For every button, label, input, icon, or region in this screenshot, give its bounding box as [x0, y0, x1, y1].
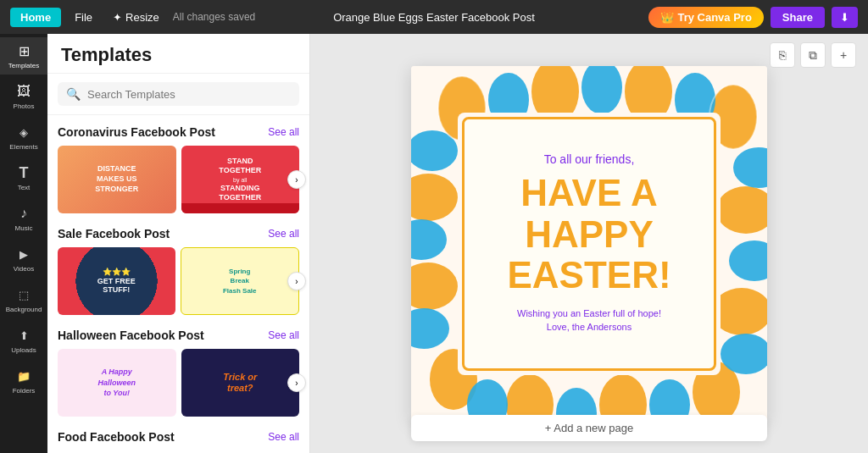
- section-halloween: Halloween Facebook Post See all A HappyH…: [47, 318, 309, 420]
- section-header-food: Food Facebook Post See all: [58, 430, 299, 444]
- svg-point-21: [411, 308, 449, 349]
- sidebar-item-elements[interactable]: ◈ Elements: [0, 119, 47, 156]
- topbar-right: 👑 Try Canva Pro Share ⬇: [648, 7, 858, 28]
- photos-icon: 🖼: [15, 83, 32, 100]
- section-coronavirus: Coronavirus Facebook Post See all DISTAN…: [47, 115, 309, 217]
- search-box: 🔍: [47, 74, 309, 115]
- share-button[interactable]: Share: [771, 7, 825, 28]
- videos-icon: ▶: [15, 246, 32, 262]
- resize-icon: ✦: [113, 11, 122, 24]
- sidebar-item-uploads[interactable]: ⬆ Uploads: [0, 322, 47, 359]
- svg-point-2: [625, 66, 672, 124]
- document-title: Orange Blue Eggs Easter Facebook Post: [333, 11, 535, 24]
- section-food: Food Facebook Post See all: [47, 420, 309, 453]
- sidebar-item-photos[interactable]: 🖼 Photos: [0, 78, 47, 115]
- svg-point-1: [531, 66, 579, 124]
- svg-point-15: [733, 147, 767, 188]
- svg-point-11: [411, 174, 458, 221]
- section-title-halloween: Halloween Facebook Post: [58, 329, 204, 342]
- music-icon: ♪: [15, 205, 32, 222]
- scroll-right-coronavirus[interactable]: ›: [287, 170, 306, 189]
- uploads-icon: ⬆: [15, 327, 32, 344]
- add-page-bar[interactable]: + Add a new page: [411, 415, 767, 441]
- sidebar-item-text[interactable]: T Text: [0, 159, 47, 196]
- section-header-sale: Sale Facebook Post See all: [58, 227, 299, 240]
- add-page-icon-button[interactable]: +: [831, 42, 856, 68]
- search-input[interactable]: [87, 88, 291, 101]
- section-header-halloween: Halloween Facebook Post See all: [58, 329, 299, 342]
- section-title-coronavirus: Coronavirus Facebook Post: [58, 125, 215, 139]
- see-all-halloween[interactable]: See all: [268, 329, 299, 341]
- copy-icon-button[interactable]: ⎘: [770, 42, 795, 68]
- svg-point-23: [411, 130, 458, 171]
- crown-icon: 👑: [660, 11, 674, 24]
- template-grid-halloween: A HappyHalloweento You! Trick ortreat? ›: [58, 349, 299, 417]
- text-icon: T: [15, 164, 32, 181]
- canvas-toolbar: ⎘ ⧉ +: [770, 42, 856, 68]
- templates-panel: Templates 🔍 Coronavirus Facebook Post Se…: [47, 34, 310, 453]
- sidebar-item-videos[interactable]: ▶ Videos: [0, 240, 47, 278]
- scroll-right-halloween[interactable]: ›: [287, 373, 306, 392]
- duplicate-icon: ⧉: [809, 48, 817, 63]
- see-all-food[interactable]: See all: [268, 431, 299, 443]
- search-input-wrap[interactable]: 🔍: [58, 82, 299, 106]
- sidebar-item-folders[interactable]: 📁 Folders: [0, 362, 47, 400]
- svg-point-3: [709, 85, 757, 149]
- template-thumb[interactable]: A HappyHalloweento You!: [58, 349, 176, 417]
- svg-point-10: [411, 262, 458, 310]
- card-to-friends: To all our friends,: [544, 152, 635, 166]
- resize-button[interactable]: ✦ Resize: [106, 8, 166, 27]
- icon-sidebar: ⊞ Templates 🖼 Photos ◈ Elements T Text ♪…: [0, 34, 47, 453]
- main-area: ⊞ Templates 🖼 Photos ◈ Elements T Text ♪…: [0, 34, 868, 453]
- try-canva-pro-button[interactable]: 👑 Try Canva Pro: [648, 7, 763, 28]
- section-title-food: Food Facebook Post: [58, 430, 175, 444]
- sidebar-item-background[interactable]: ⬚ Background: [0, 281, 47, 318]
- template-thumb[interactable]: DISTANCEMAKES USSTRONGER: [58, 146, 176, 213]
- card-headline: HAVE AHAPPYEASTER!: [507, 173, 670, 296]
- section-title-sale: Sale Facebook Post: [58, 227, 170, 240]
- template-thumb[interactable]: Trick ortreat?: [181, 349, 300, 417]
- elements-icon: ◈: [15, 124, 32, 141]
- canvas-frame: To all our friends, HAVE AHAPPYEASTER! W…: [411, 66, 767, 422]
- template-thumb[interactable]: STANDTOGETHERby allSTANDINGTOGETHER: [181, 146, 300, 213]
- sidebar-item-templates[interactable]: ⊞ Templates: [0, 37, 47, 75]
- svg-point-5: [712, 288, 767, 335]
- template-thumb[interactable]: SpringBreakFlash Sale: [181, 247, 300, 315]
- sidebar-item-music[interactable]: ♪ Music: [0, 200, 47, 237]
- template-thumb[interactable]: ⭐⭐⭐GET FREESTUFF!: [58, 247, 175, 315]
- svg-point-17: [721, 334, 767, 374]
- easter-card: To all our friends, HAVE AHAPPYEASTER! W…: [411, 66, 767, 422]
- see-all-coronavirus[interactable]: See all: [268, 126, 299, 138]
- copy-icon: ⎘: [779, 48, 786, 62]
- panel-title: Templates: [47, 34, 309, 74]
- home-button[interactable]: Home: [10, 8, 61, 27]
- duplicate-icon-button[interactable]: ⧉: [800, 42, 826, 68]
- templates-icon: ⊞: [15, 42, 32, 59]
- card-subtext: Wishing you an Easter full of hope!Love,…: [517, 307, 661, 334]
- svg-point-16: [729, 240, 767, 281]
- svg-point-25: [709, 85, 757, 149]
- template-grid-coronavirus: DISTANCEMAKES USSTRONGER STANDTOGETHERby…: [58, 146, 299, 213]
- background-icon: ⬚: [15, 286, 32, 303]
- template-grid-sale: ⭐⭐⭐GET FREESTUFF! SpringBreakFlash Sale …: [58, 247, 299, 315]
- inner-card: To all our friends, HAVE AHAPPYEASTER! W…: [462, 117, 716, 371]
- svg-point-4: [716, 186, 767, 234]
- scroll-right-sale[interactable]: ›: [287, 272, 306, 290]
- download-button[interactable]: ⬇: [832, 7, 858, 28]
- canvas-area: ⎘ ⧉ +: [310, 34, 868, 453]
- section-header-coronavirus: Coronavirus Facebook Post See all: [58, 125, 299, 139]
- see-all-sale[interactable]: See all: [268, 228, 299, 240]
- section-sale: Sale Facebook Post See all ⭐⭐⭐GET FREEST…: [47, 217, 309, 318]
- search-icon: 🔍: [66, 87, 81, 101]
- svg-point-22: [411, 219, 447, 260]
- add-icon: +: [840, 48, 847, 62]
- svg-point-13: [581, 66, 622, 114]
- topbar: Home File ✦ Resize All changes saved Ora…: [0, 0, 868, 34]
- file-menu[interactable]: File: [68, 8, 99, 27]
- folders-icon: 📁: [15, 367, 32, 384]
